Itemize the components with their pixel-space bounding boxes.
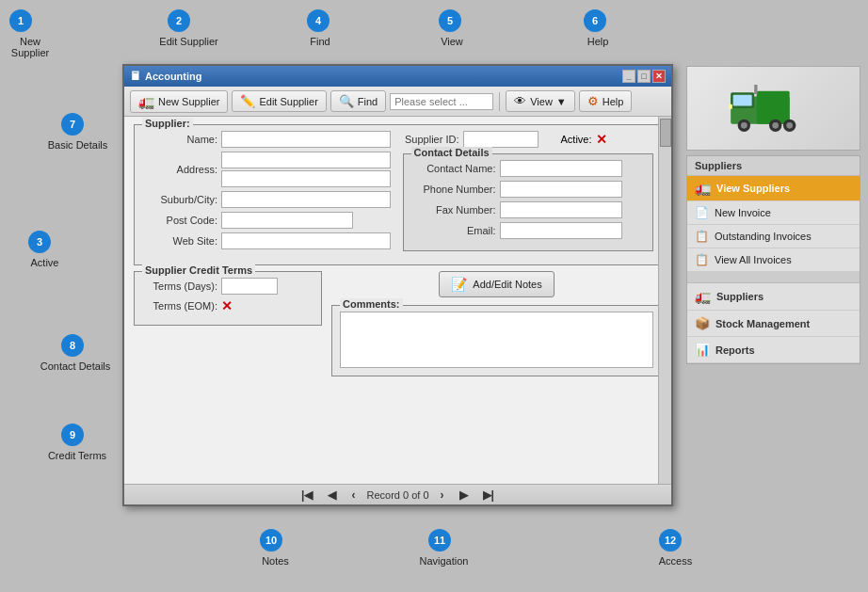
name-input[interactable] [221, 131, 391, 148]
annotation-label-8: Contact Details [33, 360, 118, 372]
annotation-10: 10 [260, 529, 282, 552]
terms-eom-indicator[interactable]: ✕ [221, 298, 233, 313]
sidebar-suppliers-group-label: Suppliers [716, 291, 764, 302]
window-icon: 🖩 [130, 70, 141, 83]
sidebar-group-stock[interactable]: 📦 Stock Management [687, 311, 860, 337]
sidebar-outstanding-invoices-label: Outstanding Invoices [715, 231, 812, 242]
annotation-6: 6 [584, 9, 606, 32]
fax-label: Fax Number: [411, 204, 496, 216]
terms-days-input[interactable] [221, 278, 278, 295]
notes-btn-icon: 📝 [451, 277, 467, 292]
maximize-button[interactable]: □ [637, 70, 651, 83]
comments-textarea[interactable] [340, 312, 653, 368]
form-area: Supplier: Name: Address: [124, 117, 671, 384]
annotation-label-4: Find [297, 36, 344, 47]
supplier-id-input[interactable] [463, 131, 538, 148]
svg-rect-11 [754, 85, 757, 94]
find-button[interactable]: 🔍 Find [330, 90, 386, 112]
nav-prev-button[interactable]: ◀ [324, 488, 340, 502]
supplier-id-label: Supplier ID: [403, 134, 459, 145]
sidebar-stock-label: Stock Management [715, 318, 810, 329]
edit-supplier-tb-label: Edit Supplier [259, 96, 317, 107]
find-input[interactable] [390, 93, 493, 110]
sidebar-item-view-suppliers[interactable]: 🚛 View Suppliers [687, 176, 860, 201]
website-row: Web Site: [142, 232, 394, 249]
view-tb-label: View [530, 96, 553, 107]
truck-image-panel [686, 66, 860, 151]
postcode-input[interactable] [221, 212, 353, 229]
close-button[interactable]: ✕ [652, 70, 666, 83]
scrollbar-thumb[interactable] [660, 119, 671, 147]
nav-last-button[interactable]: ▶| [479, 488, 498, 502]
suburb-label: Suburb/City: [142, 194, 217, 205]
name-row: Name: [142, 131, 394, 148]
fax-input[interactable] [500, 201, 622, 218]
terms-days-row: Terms (Days): [142, 278, 313, 295]
new-supplier-button[interactable]: 🚛 New Supplier [130, 90, 228, 113]
suppliers-group-icon: 🚛 [695, 289, 711, 304]
annotation-label-1: New Supplier [2, 36, 58, 58]
email-row: Email: [411, 222, 646, 239]
sidebar-divider-1 [687, 272, 860, 283]
annotation-4: 4 [307, 9, 330, 32]
annotation-label-9: Credit Terms [40, 450, 115, 461]
nav-next-small-button[interactable]: › [437, 488, 448, 502]
sidebar-item-outstanding-invoices[interactable]: 📋 Outstanding Invoices [687, 225, 860, 248]
website-input[interactable] [221, 232, 391, 249]
annotation-label-12: Access [650, 555, 701, 567]
nav-first-button[interactable]: |◀ [297, 488, 316, 502]
active-indicator[interactable]: ✕ [596, 132, 607, 147]
window-controls: _ □ ✕ [622, 70, 666, 83]
annotation-8: 8 [61, 334, 84, 357]
help-button[interactable]: ⚙ Help [579, 90, 633, 112]
terms-days-label: Terms (Days): [142, 280, 217, 292]
navigation-bar: |◀ ◀ ‹ Record 0 of 0 › ▶ ▶| [124, 484, 671, 504]
minimize-button[interactable]: _ [622, 70, 635, 83]
annotation-11: 11 [428, 529, 451, 552]
edit-supplier-tb-icon: ✏️ [240, 94, 255, 108]
view-all-invoices-icon: 📋 [695, 253, 709, 266]
right-sidebar: Suppliers 🚛 View Suppliers 📄 New Invoice… [686, 155, 860, 364]
record-info: Record 0 of 0 [366, 489, 428, 501]
sidebar-group-reports[interactable]: 📊 Reports [687, 337, 860, 363]
address-input-2[interactable] [221, 170, 391, 187]
sidebar-group-suppliers[interactable]: 🚛 Suppliers [687, 283, 860, 311]
annotation-label-11: Navigation [409, 555, 479, 567]
annotation-label-2: Edit Supplier [153, 36, 224, 47]
sidebar-item-view-all-invoices[interactable]: 📋 View All Invoices [687, 248, 860, 272]
contact-name-input[interactable] [500, 160, 622, 177]
active-label: Active: [561, 134, 592, 145]
svg-rect-10 [729, 104, 731, 109]
add-edit-notes-button[interactable]: 📝 Add/Edit Notes [439, 271, 554, 297]
supplier-section-title: Supplier: [142, 118, 193, 129]
supplier-left-col: Name: Address: Suburb/City: [142, 131, 394, 257]
sidebar-new-invoice-label: New Invoice [715, 207, 771, 218]
window-scrollbar[interactable] [658, 117, 671, 484]
address-input-1[interactable] [221, 152, 391, 168]
website-label: Web Site: [142, 235, 217, 247]
address-row: Address: [142, 152, 394, 187]
contact-details-section: Contact Details Contact Name: Phone Numb… [403, 153, 654, 251]
comments-section: Comments: [331, 305, 662, 376]
nav-prev-small-button[interactable]: ‹ [347, 488, 359, 502]
terms-eom-row: Terms (EOM): ✕ [142, 298, 313, 313]
email-input[interactable] [500, 222, 622, 239]
nav-next-button[interactable]: ▶ [456, 488, 472, 502]
reports-group-icon: 📊 [695, 343, 710, 357]
sidebar-item-new-invoice[interactable]: 📄 New Invoice [687, 201, 860, 225]
email-label: Email: [411, 225, 496, 236]
annotation-label-7: Basic Details [42, 139, 113, 151]
edit-supplier-button[interactable]: ✏️ Edit Supplier [232, 90, 326, 112]
new-supplier-tb-icon: 🚛 [138, 94, 154, 109]
annotation-9: 9 [61, 424, 84, 446]
sidebar-section-title: Suppliers [687, 156, 860, 176]
view-button[interactable]: 👁 View ▼ [506, 90, 575, 112]
suburb-input[interactable] [221, 191, 391, 208]
contact-name-row: Contact Name: [411, 160, 646, 177]
find-tb-icon: 🔍 [339, 94, 354, 108]
truck-icon [727, 75, 821, 141]
svg-point-5 [741, 122, 747, 129]
phone-input[interactable] [500, 181, 622, 198]
credit-terms-section: Supplier Credit Terms Terms (Days): Term… [134, 271, 322, 326]
annotation-label-3: Active [19, 257, 71, 268]
